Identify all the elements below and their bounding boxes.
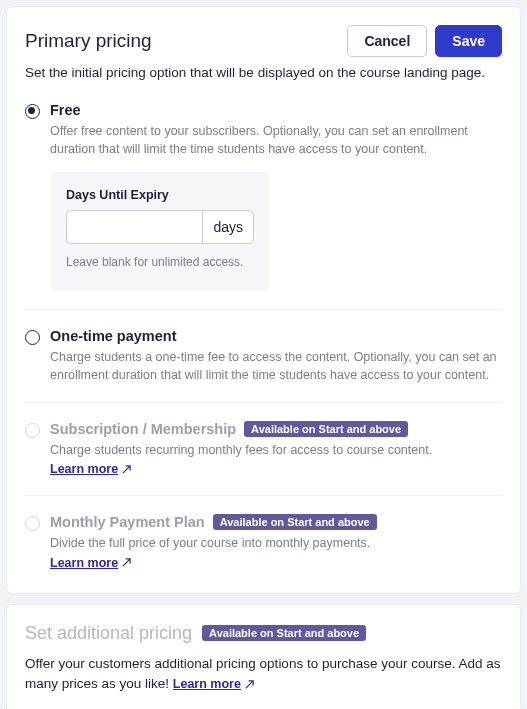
additional-header: Set additional pricing Available on Star…	[25, 623, 502, 644]
external-link-icon	[122, 465, 131, 474]
additional-title: Set additional pricing	[25, 623, 192, 644]
page-subtitle: Set the initial pricing option that will…	[25, 65, 502, 80]
option-free-desc: Offer free content to your subscribers. …	[50, 122, 502, 158]
expiry-label: Days Until Expiry	[66, 188, 254, 202]
expiry-hint: Leave blank for unlimited access.	[66, 254, 254, 271]
expiry-suffix: days	[202, 210, 254, 244]
additional-pricing-card: Set additional pricing Available on Star…	[6, 604, 521, 709]
page-title: Primary pricing	[25, 30, 152, 52]
days-until-expiry-input[interactable]	[66, 210, 202, 244]
learn-more-label: Learn more	[173, 675, 241, 694]
option-free-body: Free Offer free content to your subscrib…	[50, 102, 502, 291]
option-free-title: Free	[50, 102, 502, 118]
radio-free[interactable]	[25, 104, 40, 119]
radio-onetime[interactable]	[25, 330, 40, 345]
option-monthly-body: Monthly Payment Plan Available on Start …	[50, 514, 502, 570]
radio-subscription	[25, 423, 40, 438]
expiry-input-row: days	[66, 210, 254, 244]
primary-pricing-card: Primary pricing Cancel Save Set the init…	[6, 6, 521, 594]
option-subscription-desc: Charge students recurring monthly fees f…	[50, 441, 502, 459]
external-link-icon	[122, 558, 131, 567]
option-subscription: Subscription / Membership Available on S…	[25, 421, 502, 495]
cancel-button[interactable]: Cancel	[347, 25, 427, 57]
plan-badge: Available on Start and above	[202, 625, 366, 641]
option-monthly: Monthly Payment Plan Available on Start …	[25, 514, 502, 574]
learn-more-link-monthly[interactable]: Learn more	[50, 556, 131, 570]
option-subscription-title-row: Subscription / Membership Available on S…	[50, 421, 502, 437]
save-button[interactable]: Save	[435, 25, 502, 57]
learn-more-label: Learn more	[50, 556, 118, 570]
divider	[25, 309, 502, 310]
radio-monthly	[25, 516, 40, 531]
option-monthly-title: Monthly Payment Plan	[50, 514, 205, 530]
learn-more-link-additional[interactable]: Learn more	[173, 675, 254, 694]
expiry-box: Days Until Expiry days Leave blank for u…	[50, 172, 270, 291]
option-onetime-desc: Charge students a one-time fee to access…	[50, 348, 502, 384]
additional-desc-text: Offer your customers additional pricing …	[25, 656, 501, 691]
learn-more-link-subscription[interactable]: Learn more	[50, 462, 131, 476]
divider	[25, 402, 502, 403]
option-free: Free Offer free content to your subscrib…	[25, 102, 502, 309]
header-actions: Cancel Save	[347, 25, 502, 57]
divider	[25, 495, 502, 496]
learn-more-label: Learn more	[50, 462, 118, 476]
option-onetime-title: One-time payment	[50, 328, 502, 344]
option-onetime-body: One-time payment Charge students a one-t…	[50, 328, 502, 384]
plan-badge: Available on Start and above	[213, 514, 377, 530]
option-subscription-title: Subscription / Membership	[50, 421, 236, 437]
plan-badge: Available on Start and above	[244, 421, 408, 437]
option-onetime: One-time payment Charge students a one-t…	[25, 328, 502, 402]
external-link-icon	[245, 680, 254, 689]
card-header: Primary pricing Cancel Save	[25, 25, 502, 57]
additional-desc: Offer your customers additional pricing …	[25, 654, 502, 695]
option-monthly-desc: Divide the full price of your course int…	[50, 534, 502, 552]
option-subscription-body: Subscription / Membership Available on S…	[50, 421, 502, 477]
option-monthly-title-row: Monthly Payment Plan Available on Start …	[50, 514, 502, 530]
